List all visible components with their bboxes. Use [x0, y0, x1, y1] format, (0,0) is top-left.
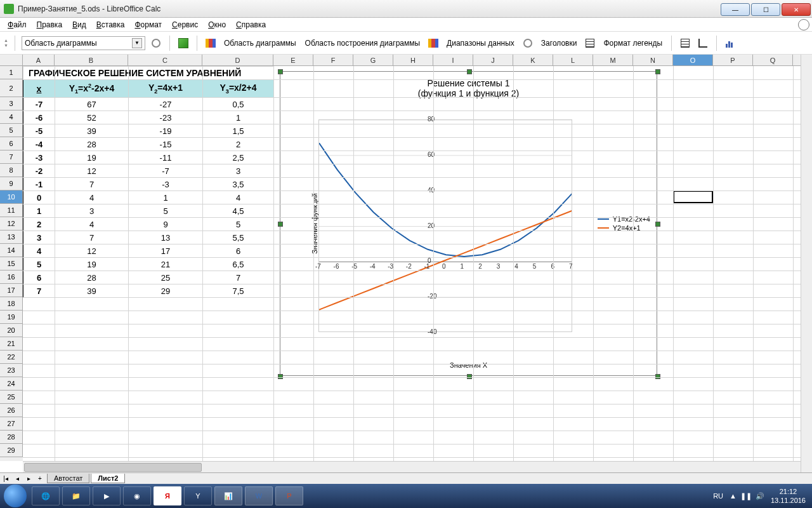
menu-edit[interactable]: Правка [32, 19, 68, 30]
row-header-15[interactable]: 15 [0, 257, 23, 271]
row-header-7[interactable]: 7 [0, 150, 23, 164]
column-header-N[interactable]: N [633, 55, 673, 65]
cell[interactable]: 4 [23, 244, 55, 258]
resize-handle[interactable] [278, 222, 283, 227]
row-header-6[interactable]: 6 [0, 137, 23, 150]
cell[interactable]: -4 [23, 138, 55, 151]
cell[interactable]: 25 [129, 271, 203, 284]
tab-first-button[interactable]: |◂ [0, 475, 11, 482]
menu-view[interactable]: Вид [67, 19, 91, 30]
cell[interactable]: 7 [55, 231, 129, 244]
row-header-13[interactable]: 13 [0, 231, 23, 244]
cell[interactable]: 17 [129, 244, 203, 258]
resize-handle[interactable] [467, 374, 472, 379]
row-header-5[interactable]: 5 [0, 124, 23, 137]
column-header-P[interactable]: P [713, 55, 753, 65]
cell[interactable]: 28 [55, 271, 129, 284]
cell[interactable]: 19 [55, 151, 129, 164]
row-header-9[interactable]: 9 [0, 177, 23, 190]
legend-format-button[interactable]: Формат легенды [601, 39, 665, 48]
menu-insert[interactable]: Вставка [91, 19, 130, 30]
cell[interactable]: -27 [129, 98, 203, 111]
cell[interactable]: 5 [203, 218, 274, 231]
cell[interactable]: -7 [129, 164, 203, 178]
cell[interactable]: 1 [23, 204, 55, 218]
taskbar-browser2[interactable]: Y [184, 486, 212, 505]
taskbar-ie[interactable]: 🌐 [32, 486, 60, 505]
row-header-20[interactable]: 20 [0, 324, 23, 337]
column-header-I[interactable]: I [433, 55, 473, 65]
row-header-16[interactable]: 16 [0, 271, 23, 284]
menu-format[interactable]: Формат [129, 19, 167, 30]
cell[interactable]: 52 [55, 111, 129, 124]
tray-sound-icon[interactable]: 🔊 [756, 492, 764, 500]
taskbar-yandex[interactable]: Я [154, 486, 181, 505]
cell[interactable]: 12 [55, 164, 129, 178]
cell[interactable]: 1 [203, 111, 274, 124]
start-button[interactable] [4, 485, 27, 507]
select-all-corner[interactable] [0, 55, 23, 66]
cell[interactable]: 3,5 [203, 178, 274, 191]
row-header-22[interactable]: 22 [0, 351, 23, 364]
resize-handle[interactable] [655, 69, 660, 74]
cell[interactable]: 3 [23, 231, 55, 244]
cell[interactable]: 21 [129, 258, 203, 271]
cell[interactable]: 67 [55, 98, 129, 111]
column-header-J[interactable]: J [473, 55, 513, 65]
row-header-3[interactable]: 3 [0, 97, 23, 110]
data-ranges-icon[interactable] [426, 36, 440, 50]
row-header-29[interactable]: 29 [0, 444, 23, 457]
menu-help[interactable]: Справка [231, 19, 271, 30]
row-header-19[interactable]: 19 [0, 311, 23, 324]
resize-handle[interactable] [655, 374, 660, 379]
resize-handle[interactable] [655, 222, 660, 227]
taskbar-calc[interactable]: 📊 [214, 486, 242, 505]
cell[interactable]: 13 [129, 231, 203, 244]
row-header-18[interactable]: 18 [0, 297, 23, 311]
chart-element-combo[interactable]: Область диаграммы ▼ [22, 36, 145, 50]
column-header-O[interactable]: O [673, 55, 713, 65]
menu-file[interactable]: Файл [3, 19, 32, 30]
grid-horiz-button[interactable] [678, 36, 692, 50]
cell[interactable]: -6 [23, 111, 55, 124]
cell[interactable]: 3 [203, 164, 274, 178]
cell[interactable]: 2 [23, 218, 55, 231]
column-header-D[interactable]: D [202, 55, 273, 65]
chart-area-button[interactable]: Область диаграммы [221, 39, 299, 48]
column-header-L[interactable]: L [553, 55, 593, 65]
cell[interactable]: 39 [55, 124, 129, 138]
grid-vert-button[interactable] [696, 36, 710, 50]
cell[interactable]: -7 [23, 98, 55, 111]
cell[interactable]: 7 [55, 178, 129, 191]
help-icon[interactable] [798, 19, 809, 30]
tray-flag-icon[interactable]: ▲ [730, 492, 737, 500]
cell[interactable]: -2 [23, 164, 55, 178]
column-header-A[interactable]: A [23, 55, 55, 65]
cell[interactable]: 6 [203, 244, 274, 258]
column-header-K[interactable]: K [513, 55, 553, 65]
row-header-23[interactable]: 23 [0, 364, 23, 377]
language-indicator[interactable]: RU [713, 492, 723, 500]
cell[interactable]: 5 [23, 258, 55, 271]
cell[interactable]: 0,5 [203, 98, 274, 111]
cell[interactable]: 1 [129, 191, 203, 204]
row-header-4[interactable]: 4 [0, 110, 23, 124]
cell[interactable]: 1,5 [203, 124, 274, 138]
titles-icon[interactable] [521, 36, 535, 50]
resize-handle[interactable] [467, 69, 472, 74]
cell[interactable]: -19 [129, 124, 203, 138]
cell[interactable]: 4,5 [203, 204, 274, 218]
row-header-12[interactable]: 12 [0, 217, 23, 231]
taskbar-chrome[interactable]: ◉ [123, 486, 151, 505]
row-header-14[interactable]: 14 [0, 244, 23, 257]
window-maximize-button[interactable]: ☐ [751, 3, 780, 16]
chart-area-icon[interactable] [204, 36, 218, 50]
row-header-8[interactable]: 8 [0, 164, 23, 177]
sheet-tab-1[interactable]: Автостат [47, 474, 89, 483]
tab-next-button[interactable]: ▸ [23, 475, 34, 482]
cell[interactable]: -5 [23, 124, 55, 138]
chart-object[interactable]: Решение системы 1 (функция 1 и функция 2… [280, 71, 657, 376]
column-header-C[interactable]: C [128, 55, 202, 65]
cell[interactable]: 7,5 [203, 284, 274, 298]
plot-area-button[interactable]: Область построения диаграммы [303, 39, 423, 48]
